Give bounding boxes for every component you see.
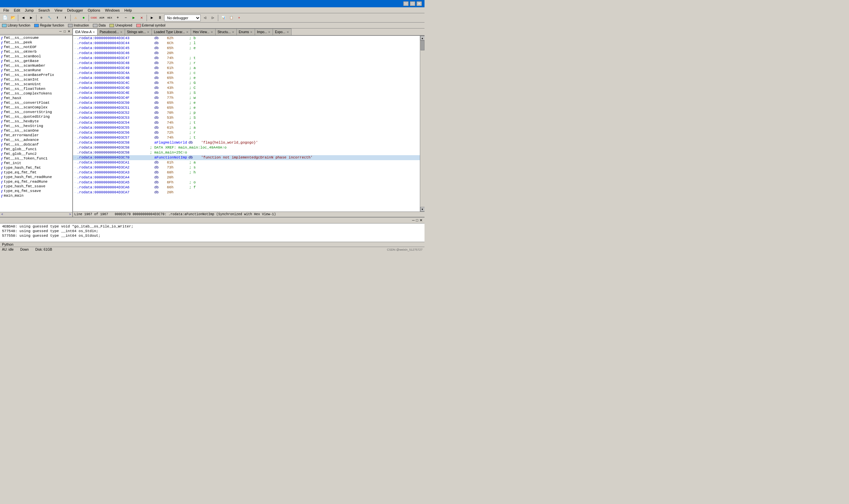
function-item[interactable]: fmain_main xyxy=(0,193,72,198)
tab-close-btn[interactable]: ✕ xyxy=(186,31,189,34)
function-item[interactable]: ffmt__ss__doScanf xyxy=(0,142,72,147)
code-line[interactable]: ·.rodata:00000000004D3C43 db 62h ; b xyxy=(73,36,420,41)
tab-5[interactable]: Structu...✕ xyxy=(216,29,237,35)
code-line[interactable]: ·.rodata:00000000004D3C4A db 63h ; c xyxy=(73,71,420,76)
function-item[interactable]: ffmt_init xyxy=(0,161,72,165)
toolbar-code-btn[interactable]: CODE xyxy=(90,14,97,21)
code-line[interactable]: ·.rodata:00000000004D3CA4 db 20h xyxy=(73,175,420,180)
toolbar-run[interactable]: ▶ xyxy=(130,14,137,21)
code-line[interactable]: ·.rodata:00000000004D3CA3 db 68h ; h xyxy=(73,170,420,175)
toolbar-circle[interactable]: ● xyxy=(80,14,87,21)
functions-list[interactable]: ffmt__ss__consumeffmt__ss__peekffmt__ss_… xyxy=(0,35,72,212)
function-item[interactable]: ftype_eq_fmt_readRune xyxy=(0,179,72,184)
tab-4[interactable]: Hex View...✕ xyxy=(191,29,216,35)
functions-panel-minimize[interactable]: ─ xyxy=(59,30,62,33)
toolbar-play[interactable]: ▶ xyxy=(148,14,156,21)
toolbar-open-button[interactable]: 📂 xyxy=(9,14,17,21)
tab-1[interactable]: Pseudocod...✕ xyxy=(97,29,125,35)
code-line[interactable]: .rodata:00000000004D3C58; main_main+25C↑… xyxy=(73,150,420,155)
function-item[interactable]: ffmt__ss__getBase xyxy=(0,59,72,63)
output-maximize[interactable]: □ xyxy=(416,218,418,222)
code-line[interactable]: ·.rodata:00000000004D3CA1 db 61h ; a xyxy=(73,160,420,165)
output-close[interactable]: ✕ xyxy=(419,218,422,222)
function-item[interactable]: ffmt__ss__advance xyxy=(0,138,72,142)
scroll-down[interactable]: ▼ xyxy=(420,207,425,212)
code-line[interactable]: ·.rodata:00000000004D3C4D db 43h ; C xyxy=(73,86,420,91)
toolbar-btn6[interactable]: ⬇ xyxy=(62,14,69,21)
toolbar-warning[interactable]: ⚠ xyxy=(72,14,79,21)
function-item[interactable]: ffmt__ss__complexTokens xyxy=(0,91,72,96)
code-line[interactable]: ·.rodata:00000000004D3C51 db 65h ; e xyxy=(73,105,420,110)
function-item[interactable]: ffmt__ss__peek xyxy=(0,40,72,45)
function-item[interactable]: ffmt__ss__scanNumber xyxy=(0,63,72,68)
function-item[interactable]: ftype_eq_fmt_fmt xyxy=(0,170,72,175)
function-item[interactable]: ffmt__ss__quotedString xyxy=(0,114,72,119)
function-item[interactable]: ffmt_hasX xyxy=(0,96,72,101)
menu-search[interactable]: Search xyxy=(36,8,52,13)
code-line[interactable]: ·.rodata:00000000004D3C4C db 47h ; G xyxy=(73,80,420,86)
maximize-button[interactable]: □ xyxy=(410,1,415,6)
menu-help[interactable]: Help xyxy=(122,8,134,13)
menu-file[interactable]: File xyxy=(1,8,11,13)
function-item[interactable]: ffmt__ss__okVerb xyxy=(0,49,72,54)
code-line[interactable]: ·.rodata:00000000004D3C55 db 61h ; a xyxy=(73,125,420,130)
tab-close-btn[interactable]: ✕ xyxy=(287,31,289,34)
function-item[interactable]: ffmt__ss__floatToken xyxy=(0,87,72,91)
toolbar-icon2[interactable]: 📋 xyxy=(228,14,235,21)
tab-2[interactable]: Strings win...✕ xyxy=(125,29,152,35)
function-item[interactable]: ftype_hash_fmt_fmt xyxy=(0,165,72,170)
code-line[interactable]: ·.rodata:00000000004D3C46 db 20h xyxy=(73,51,420,56)
minimize-button[interactable]: ─ xyxy=(403,1,409,6)
function-item[interactable]: ffmt_errorHandler xyxy=(0,133,72,138)
menu-edit[interactable]: Edit xyxy=(12,8,22,13)
tab-close-btn[interactable]: ✕ xyxy=(211,31,213,34)
menu-options[interactable]: Options xyxy=(86,8,102,13)
toolbar-plus-btn[interactable]: + xyxy=(114,14,121,21)
code-line[interactable]: ·.rodata:00000000004D3CA2 db 73h ; s xyxy=(73,165,420,170)
debugger-select[interactable]: No debugger xyxy=(164,15,201,21)
toolbar-stop[interactable]: ✕ xyxy=(138,14,145,21)
tab-close-btn[interactable]: ✕ xyxy=(232,31,234,34)
function-item[interactable]: ffmt__ss__convertString xyxy=(0,110,72,114)
function-item[interactable]: ftype_hash_fmt_ssave xyxy=(0,184,72,189)
functions-panel-maximize[interactable]: □ xyxy=(63,30,66,33)
function-item[interactable]: ffmt__ss__scanUint xyxy=(0,82,72,87)
function-item[interactable]: ffmt_glob__func1 xyxy=(0,147,72,151)
code-line[interactable]: ·.rodata:00000000004D3C57 db 74h ; t xyxy=(73,135,420,140)
function-item[interactable]: ffmt__ss__scanBasePrefix xyxy=(0,73,72,77)
menu-debugger[interactable]: Debugger xyxy=(65,8,85,13)
tab-3[interactable]: Loaded Type Librar...✕ xyxy=(152,29,191,35)
toolbar-btn4[interactable]: 🔧 xyxy=(46,14,53,21)
toolbar-minus-btn[interactable]: − xyxy=(122,14,129,21)
toolbar-btn3[interactable]: ⚙ xyxy=(38,14,45,21)
tab-7[interactable]: Impo...✕ xyxy=(255,29,273,35)
code-line[interactable]: ·.rodata:00000000004D3C58 aFlagHelloWorl… xyxy=(73,140,420,145)
function-item[interactable]: ffmt__ss__scanBool xyxy=(0,54,72,59)
code-line[interactable]: ·.rodata:00000000004D3CA5 db 6Fh ; o xyxy=(73,180,420,185)
code-line[interactable]: ·.rodata:00000000004D3C52 db 70h ; p xyxy=(73,110,420,115)
functions-panel-close[interactable]: ✕ xyxy=(67,30,71,33)
functions-nav-next[interactable]: > xyxy=(69,213,71,216)
toolbar-new-button[interactable]: 📄 xyxy=(1,14,8,21)
tab-close-btn[interactable]: ✕ xyxy=(268,31,271,34)
code-line[interactable]: ·.rodata:00000000004D3C4F db 77h ; w xyxy=(73,95,420,101)
code-line[interactable]: ·.rodata:00000000004D3CA6 db 66h ; f xyxy=(73,185,420,190)
toolbar-pause[interactable]: ⏸ xyxy=(156,14,163,21)
code-line[interactable]: ·.rodata:00000000004D3C70 aFunctionNotIm… xyxy=(73,155,420,160)
python-tab[interactable]: Python xyxy=(0,242,424,247)
code-line[interactable]: ·.rodata:00000000004D3C50 db 65h ; e xyxy=(73,101,420,105)
tab-close-btn[interactable]: ✕ xyxy=(92,31,95,34)
function-item[interactable]: ffmt__ss__consume xyxy=(0,35,72,40)
menu-jump[interactable]: Jump xyxy=(23,8,36,13)
tab-0[interactable]: IDA View-A✕ xyxy=(73,29,97,36)
toolbar-btn8[interactable]: ASM xyxy=(98,14,106,21)
scroll-thumb[interactable] xyxy=(420,40,424,50)
scroll-up[interactable]: ▲ xyxy=(420,36,425,40)
right-scrollbar[interactable]: ▲ ▼ xyxy=(420,36,424,212)
tab-close-btn[interactable]: ✕ xyxy=(147,31,149,34)
code-line[interactable]: ·.rodata:00000000004D3C48 db 72h ; r xyxy=(73,61,420,66)
code-line[interactable]: ·.rodata:00000000004D3C45 db 65h ; e xyxy=(73,46,420,51)
toolbar-icon1[interactable]: 📊 xyxy=(219,14,227,21)
toolbar-icon3[interactable]: ✕ xyxy=(235,14,243,21)
toolbar-nav-left[interactable]: ◁ xyxy=(201,14,209,21)
